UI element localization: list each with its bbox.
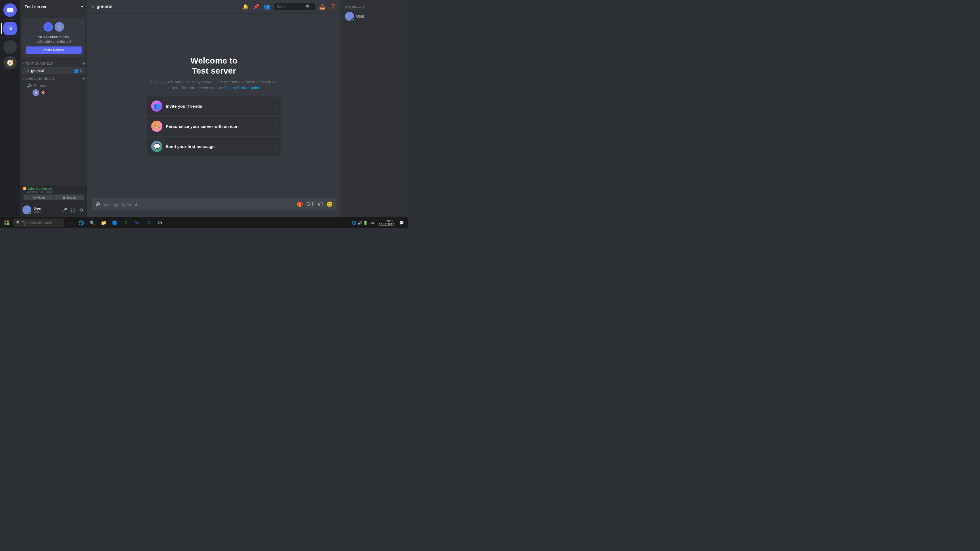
search-icon: 🔍 — [306, 5, 310, 9]
taskbar-network-icon[interactable]: 🌐 — [352, 221, 356, 225]
taskbar-battery-icon[interactable]: 🔋 — [363, 221, 368, 225]
start-button[interactable] — [1, 217, 12, 228]
add-voice-channel-button[interactable]: + — [82, 76, 85, 81]
taskbar-edge-icon[interactable]: 🌐 — [76, 218, 86, 228]
taskbar-search-app-icon[interactable]: 🔍 — [88, 218, 97, 228]
voice-connected-banner: 📶 Voice Connected General / Test server … — [20, 186, 88, 203]
taskbar-clock[interactable]: 19:00 30/11/2020 — [378, 219, 395, 226]
taskbar-chrome-icon[interactable]: 🔵 — [110, 218, 120, 228]
settings-icon[interactable]: ⚙ — [79, 68, 83, 73]
gs-message-label: Send your first message — [166, 144, 272, 149]
server-icon-test[interactable]: Ts — [3, 22, 17, 35]
hash-icon — [27, 68, 29, 73]
discover-button[interactable]: 🧭 — [3, 56, 17, 70]
screen-icon: 🖥 — [62, 196, 65, 199]
taskbar-notification-button[interactable]: 💬 — [396, 218, 407, 228]
server-divider-2 — [6, 38, 14, 38]
help-icon[interactable]: ❓ — [330, 4, 336, 10]
task-view-button[interactable]: ⊞ — [65, 218, 75, 228]
getting-started-list: 👥 Invite your friends 🎨 Personalize your… — [147, 97, 281, 156]
gs-item-message[interactable]: 💬 Send your first message — [147, 137, 281, 156]
text-channels-label: TEXT CHANNELS — [25, 62, 53, 65]
message-input[interactable] — [102, 202, 294, 207]
speaker-icon — [27, 83, 32, 88]
taskbar-language[interactable]: ENG — [369, 221, 375, 224]
mute-button[interactable]: 🎤 — [60, 206, 68, 214]
add-text-channel-button[interactable]: + — [82, 61, 85, 66]
gs-item-personalize[interactable]: 🎨 Personalize your server with an icon — [147, 117, 281, 136]
voice-channel-name: General — [33, 83, 47, 88]
members-list-icon[interactable]: 👥 — [264, 4, 270, 10]
voice-channel-general[interactable]: General 🤖 🔇 — [22, 82, 85, 97]
taskbar-search-input[interactable] — [22, 221, 56, 225]
channel-topbar-name: general — [97, 4, 113, 9]
gs-message-chevron — [275, 144, 277, 149]
svg-rect-1 — [7, 221, 9, 222]
gs-personalize-label: Personalize your server with an icon — [166, 124, 272, 129]
server-divider — [6, 19, 14, 20]
taskbar-date: 30/11/2020 — [379, 223, 394, 226]
voice-category-collapse-icon: ▾ — [22, 77, 24, 80]
getting-started-link[interactable]: Getting Started guide. — [223, 86, 261, 90]
search-input[interactable] — [277, 5, 305, 9]
add-server-button[interactable]: + — [3, 40, 17, 54]
inbox-icon[interactable]: 📥 — [319, 4, 325, 10]
close-popup-button[interactable]: × — [81, 20, 83, 25]
text-channels-category[interactable]: ▾ TEXT CHANNELS + — [20, 59, 88, 67]
channel-topbar: general 🔔 📌 👥 🔍 📥 ❓ — [88, 0, 340, 13]
voice-user-item[interactable]: 🤖 🔇 — [27, 89, 83, 97]
user-status-dot — [29, 212, 32, 214]
taskbar-systray: 🌐 🔊 🔋 ENG — [351, 221, 377, 225]
add-message-button[interactable]: ⊕ — [95, 201, 100, 208]
gs-item-invite[interactable]: 👥 Invite your friends — [147, 97, 281, 116]
topbar-icons: 🔔 📌 👥 🔍 📥 ❓ — [242, 3, 336, 10]
taskbar-outlook-icon[interactable]: O — [143, 218, 153, 228]
voice-signal-icon: 📶 — [22, 187, 26, 190]
taskbar-store-icon[interactable]: 🛍 — [154, 218, 165, 228]
gift-icon[interactable]: 🎁 — [297, 201, 303, 207]
taskbar-search-icon: 🔍 — [16, 221, 21, 225]
welcome-heading: Welcome to Test server — [190, 56, 237, 76]
user-avatar — [22, 205, 31, 214]
server-header[interactable]: Test server ▾ — [20, 0, 88, 13]
welcome-avatars: 👤 🤖 — [26, 21, 82, 32]
taskbar-word-icon[interactable]: W — [132, 218, 142, 228]
compass-icon: 🧭 — [7, 59, 14, 66]
welcome-description: This is your brand new, shiny server. He… — [147, 79, 281, 91]
members-icon[interactable]: 👥 — [73, 68, 78, 73]
search-bar[interactable]: 🔍 — [274, 3, 315, 10]
welcome-popup-text: An adventure begins. Let's add some frie… — [26, 35, 82, 44]
voice-status-text: Voice Connected — [27, 187, 52, 190]
sticker-icon[interactable]: 🏷 — [318, 201, 323, 207]
deafen-button[interactable]: 🎧 — [69, 206, 77, 214]
taskbar-volume-icon[interactable]: 🔊 — [358, 221, 362, 225]
pin-icon[interactable]: 📌 — [253, 4, 259, 10]
channel-item-general[interactable]: general 👥 ⚙ — [22, 67, 85, 74]
member-item[interactable]: User — [343, 10, 406, 22]
voice-user-deafen-icon: 🔇 — [41, 91, 45, 95]
server-name: Test server — [25, 4, 81, 9]
chevron-down-icon: ▾ — [81, 5, 83, 9]
server-list: Ts + 🧭 — [0, 0, 20, 217]
taskbar-search-box[interactable]: 🔍 — [13, 219, 64, 227]
voice-channels-category[interactable]: ▾ VOICE CHANNELS + — [20, 75, 88, 82]
voice-location-text: General / Test server — [22, 190, 85, 194]
taskbar-right: 🌐 🔊 🔋 ENG 19:00 30/11/2020 💬 — [351, 218, 407, 228]
screen-button[interactable]: 🖥 Screen — [54, 194, 84, 200]
emoji-icon[interactable]: 😊 — [326, 201, 332, 207]
message-icon: 💬 — [151, 141, 162, 152]
member-name: User — [356, 14, 364, 19]
svg-rect-2 — [5, 223, 6, 225]
taskbar-files-icon[interactable]: 📁 — [99, 218, 109, 228]
gif-icon[interactable]: GIF — [306, 201, 315, 207]
welcome-content: Welcome to Test server This is your bran… — [147, 56, 281, 156]
user-avatar-popup: 👤 — [43, 21, 54, 32]
user-settings-button[interactable]: ⚙ — [77, 206, 85, 214]
video-button[interactable]: 📹 Video — [24, 194, 54, 200]
home-icon[interactable] — [3, 3, 17, 17]
member-avatar — [345, 12, 354, 21]
notification-bell-icon[interactable]: 🔔 — [242, 4, 249, 10]
invite-people-button[interactable]: Invite People — [26, 46, 82, 54]
camera-icon: 📹 — [32, 195, 36, 199]
taskbar-excel-icon[interactable]: X — [121, 218, 131, 228]
